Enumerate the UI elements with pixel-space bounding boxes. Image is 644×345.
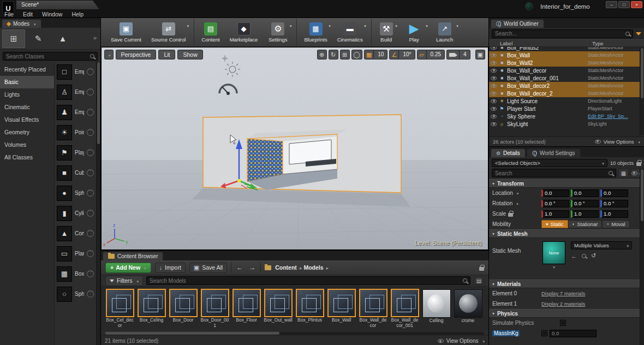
asset-tile[interactable]: Box_Wall_decor [357,288,389,331]
view-settings-icon[interactable]: ▤ [474,276,484,285]
world-space-icon[interactable]: ◯ [351,50,362,60]
toolbar-button[interactable]: ▬ ▾ Cinematics [335,19,365,46]
breadcrumb-item[interactable]: Content [275,264,302,271]
toolbar-button[interactable]: ⚒ ▾ Build [371,19,396,46]
toolbar-button[interactable]: ↗ ▾ Launch [432,19,457,46]
view-options-button[interactable]: View Options [595,139,640,145]
outliner-search-input[interactable] [492,29,633,38]
content-browser-tab[interactable]: Content Browser [103,252,163,260]
menu-item[interactable]: Window [42,11,62,17]
rotation-y-field[interactable] [571,200,599,207]
tab-details[interactable]: Details [491,148,526,157]
drag-handle-icon[interactable] [87,129,94,136]
category-item[interactable]: All Classes [0,151,54,164]
static-mesh-dropdown[interactable]: Multiple Values [571,241,632,249]
actor-row[interactable]: ■ Box_Wall_decor_001 StaticMeshActor [489,74,644,82]
rotation-x-field[interactable] [541,200,569,207]
section-materials[interactable]: Materials [489,279,644,288]
reset-asset-icon[interactable]: ↺ [591,252,596,259]
visibility-eye-icon[interactable] [491,99,497,103]
category-item[interactable]: Recently Placed [0,63,54,76]
add-new-button[interactable]: Add New [105,263,151,273]
toolbar-caret-icon[interactable]: ▾ [290,24,292,28]
scale-z-field[interactable] [600,210,628,218]
translate-tool-icon[interactable]: ⊕ [317,50,327,60]
rotation-snap-value[interactable]: 10° [399,50,415,60]
mass-value-field[interactable] [550,330,597,337]
asset-tile[interactable]: Box_Wall [326,288,357,331]
drag-handle-icon[interactable] [87,230,94,237]
level-tab[interactable]: Scene* [16,1,99,9]
asset-tile[interactable]: Box_Door [168,288,199,331]
section-static-mesh[interactable]: Static Mesh [489,229,644,238]
tab-world-settings[interactable]: World Settings [527,148,581,157]
toolbar-button[interactable]: ▶ ▾ Play [402,19,427,46]
modes-scrollbar[interactable] [96,62,100,345]
toolbar-button[interactable]: ▦ ▾ Blueprints [296,19,329,46]
menu-item[interactable]: Edit [23,11,33,17]
modes-tab[interactable]: Modes [2,19,41,28]
close-button[interactable]: × [631,1,642,8]
view-mode-button[interactable]: Lit [158,50,175,60]
asset-tile[interactable]: Box_Celing [136,288,167,331]
visibility-eye-icon[interactable] [491,69,497,73]
asset-tile[interactable]: Box_Door_001 [199,288,230,331]
drag-handle-icon[interactable] [87,169,94,176]
label-column-header[interactable]: Label [489,40,589,46]
use-selected-asset-icon[interactable]: ← [571,253,577,259]
visibility-eye-icon[interactable] [491,84,497,88]
expand-toolbar-icon[interactable]: » [93,34,97,41]
material-display-link[interactable]: Display 2 materials [541,301,585,307]
mobility-option[interactable]: ◐ Stationar [568,220,603,228]
world-outliner-tab[interactable]: World Outliner [491,19,544,28]
details-search-input[interactable] [492,169,616,177]
forward-button[interactable]: → [248,264,257,271]
menu-item[interactable]: Help [71,11,84,17]
toolbar-button[interactable]: ⇄ ▾ Source Control [149,19,188,46]
selected-objects-dropdown[interactable]: <Selected Objects> [492,159,607,167]
type-column-header[interactable]: Type [589,40,644,46]
actor-row[interactable]: ■ Box_Wall_decor_2 StaticMeshActor [489,90,644,97]
visibility-eye-icon[interactable] [491,115,497,118]
actor-row[interactable]: ■ Box_Wall StaticMeshActor [489,51,644,59]
rotation-z-field[interactable] [600,200,628,207]
lock-icon[interactable] [479,267,484,271]
grid-snap-value[interactable]: 10 [374,50,387,60]
visibility-eye-icon[interactable] [491,76,497,80]
placeable-item[interactable]: □ Empty [55,62,96,82]
view-options-button[interactable]: View Options [438,338,485,344]
scale-snap-value[interactable]: 0.25 [427,50,445,60]
static-mesh-thumbnail[interactable]: None [542,241,565,264]
category-item[interactable]: Cinematic [0,101,54,114]
outliner-scrollbar[interactable] [640,47,644,135]
scale-x-field[interactable] [541,210,569,218]
scale-y-field[interactable] [571,210,599,218]
mode-tool-button[interactable]: ⊞ [2,29,25,48]
placeable-item[interactable]: ♟ Empty [55,102,96,122]
actor-row[interactable]: ☀ Light Source DirectionalLight [489,97,644,105]
drag-handle-icon[interactable] [87,88,94,96]
visibility-eye-icon[interactable] [491,47,497,50]
uniform-scale-lock-icon[interactable] [508,213,513,217]
scale-label[interactable]: Scale [492,211,539,217]
section-transform[interactable]: Transform [489,179,644,188]
search-classes-input[interactable] [3,52,98,61]
maximize-button[interactable]: □ [618,1,630,8]
placeable-item[interactable]: ☀ Point L [55,122,96,142]
mobility-option[interactable]: ● Static [541,220,568,228]
camera-speed-icon[interactable] [446,50,460,60]
section-physics[interactable]: Physics [489,309,644,318]
actor-row[interactable]: ☼ SkyLight SkyLight [489,120,644,128]
visibility-eye-icon[interactable] [491,61,497,65]
visibility-eye-icon[interactable] [491,107,497,111]
drag-handle-icon[interactable] [87,290,94,298]
placeable-item[interactable]: ○ Spher [55,284,96,304]
simulate-physics-checkbox[interactable] [560,320,566,326]
rotation-label[interactable]: Rotation [492,200,539,206]
asset-tile[interactable]: Celling [421,288,452,331]
toolbar-caret-icon[interactable]: ▾ [329,24,331,28]
actor-row[interactable]: ■ Box_Wall_decor2 StaticMeshActor [489,82,644,90]
location-z-field[interactable] [600,189,628,197]
placeable-item[interactable]: ■ Cube [55,163,96,183]
mass-override-checkbox[interactable] [541,330,547,336]
